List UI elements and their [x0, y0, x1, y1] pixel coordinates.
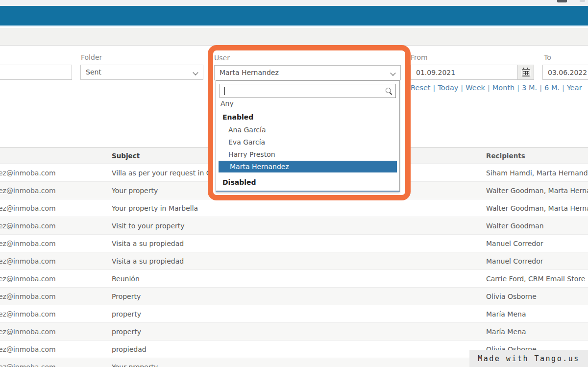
search-left-input[interactable] [0, 65, 72, 80]
sender-cell: ez@inmoba.com [0, 293, 112, 300]
text-caret [224, 87, 225, 95]
to-date-input[interactable] [542, 65, 588, 80]
separator: | [431, 84, 438, 92]
year-link[interactable]: Year [567, 84, 582, 92]
dropdown-option-user-selected[interactable]: Marta Hernandez [219, 161, 397, 172]
dropdown-group-disabled: Disabled [222, 178, 256, 186]
table-row[interactable]: ez@inmoba.com Visita a su propiedad Manu… [0, 252, 588, 270]
recipients-cell: Walter Goodman, Marta Hernandez [485, 187, 588, 195]
subject-cell: Property [112, 293, 485, 300]
separator: | [514, 84, 522, 92]
subject-cell: Visita a su propiedad [112, 240, 485, 247]
recipients-cell: Carrie Ford, CRM Email Store [485, 275, 588, 283]
toolbar-strip [0, 28, 588, 46]
sender-cell: ez@inmoba.com [0, 363, 112, 367]
tango-watermark: Made with Tango.us [469, 350, 588, 367]
to-label: To [544, 54, 551, 61]
tango-highlight-frame: User Marta Hernandez Any Enabled Ana Gar… [208, 45, 411, 200]
recipients-cell: Walter Goodman [485, 222, 588, 230]
recipients-cell: Walter Goodman, Marta Hernandez [485, 204, 588, 212]
dropdown-option-user[interactable]: Eva García [228, 138, 265, 146]
from-date-input[interactable] [411, 65, 518, 80]
reset-link[interactable]: Reset [411, 84, 431, 92]
user-search-input[interactable] [224, 85, 382, 97]
folder-select[interactable]: Sent [80, 65, 203, 80]
tango-watermark-text: Made with Tango.us [478, 354, 580, 363]
search-icon [386, 88, 391, 93]
date-quick-ranges: Reset|Today|Week|Month|3 M.|6 M.|Year [411, 84, 582, 92]
dropdown-group-enabled: Enabled [222, 113, 253, 121]
recipients-cell: María Mena [485, 328, 588, 336]
month-link[interactable]: Month [492, 84, 514, 92]
table-row[interactable]: ez@inmoba.com Reunión Carrie Ford, CRM E… [0, 270, 588, 288]
subject-cell: Visit to your property [112, 222, 485, 230]
separator: | [458, 84, 466, 92]
sender-cell: ez@inmoba.com [0, 275, 112, 283]
subject-cell: Your property [112, 363, 485, 367]
folder-label: Folder [81, 54, 102, 61]
sender-cell: ez@inmoba.com [0, 328, 112, 336]
user-select-value: Marta Hernandez [220, 69, 279, 76]
sender-cell: ez@inmoba.com [0, 204, 112, 212]
recipients-cell: Olivia Osborne [485, 293, 588, 300]
subject-cell: Reunión [112, 275, 485, 283]
separator: | [537, 84, 544, 92]
recipients-cell: Siham Hamdi, Marta Hernandez [485, 169, 588, 177]
chevron-down-icon [390, 70, 395, 75]
subject-cell: property [112, 310, 485, 318]
sender-cell: ez@inmoba.com [0, 240, 112, 247]
table-row[interactable]: ez@inmoba.com Visita a su propiedad Manu… [0, 235, 588, 252]
recipients-cell: Manuel Corredor [485, 257, 588, 265]
sender-cell: ez@inmoba.com [0, 345, 112, 353]
six-months-link[interactable]: 6 M. [544, 84, 560, 92]
user-label: User [214, 54, 230, 62]
separator: | [485, 84, 492, 92]
subject-cell: propiedad [112, 345, 485, 353]
recipients-cell: Manuel Corredor [485, 240, 588, 247]
dropdown-option-any[interactable]: Any [220, 99, 234, 107]
subject-cell: Visita a su propiedad [112, 257, 485, 265]
week-link[interactable]: Week [466, 84, 485, 92]
dropdown-option-user[interactable]: Harry Preston [228, 150, 275, 158]
table-row[interactable]: ez@inmoba.com property María Mena [0, 323, 588, 341]
subject-cell: Your property in Marbella [112, 204, 485, 212]
table-row[interactable]: ez@inmoba.com Visit to your property Wal… [0, 217, 588, 235]
recipients-column-header: Recipients [485, 152, 588, 160]
separator: | [560, 84, 567, 92]
browser-icon-fragment [580, 0, 585, 2]
sender-cell: ez@inmoba.com [0, 187, 112, 195]
calendar-icon [522, 69, 530, 76]
user-select[interactable]: Marta Hernandez [214, 65, 401, 80]
chevron-down-icon [193, 70, 198, 75]
table-row[interactable]: ez@inmoba.com property María Mena [0, 305, 588, 323]
browser-menu-icon-fragment [557, 0, 567, 2]
three-months-link[interactable]: 3 M. [522, 84, 537, 92]
today-link[interactable]: Today [438, 84, 458, 92]
app-header-bar [0, 6, 588, 26]
from-label: From [411, 54, 428, 61]
table-row[interactable]: ez@inmoba.com Your property in Marbella … [0, 199, 588, 217]
user-dropdown-panel: Any Enabled Ana García Eva García Harry … [216, 80, 400, 192]
table-row[interactable]: ez@inmoba.com Property Olivia Osborne [0, 288, 588, 305]
folder-select-value: Sent [86, 68, 101, 76]
user-search-box[interactable] [220, 84, 396, 98]
recipients-cell: María Mena [485, 310, 588, 318]
dropdown-option-user[interactable]: Ana García [228, 126, 266, 134]
subject-cell: property [112, 328, 485, 336]
from-calendar-button[interactable] [517, 65, 534, 80]
sender-cell: ez@inmoba.com [0, 222, 112, 230]
sender-cell: ez@inmoba.com [0, 257, 112, 265]
sender-cell: ez@inmoba.com [0, 169, 112, 177]
browser-top-strip [0, 0, 588, 6]
sender-cell: ez@inmoba.com [0, 310, 112, 318]
